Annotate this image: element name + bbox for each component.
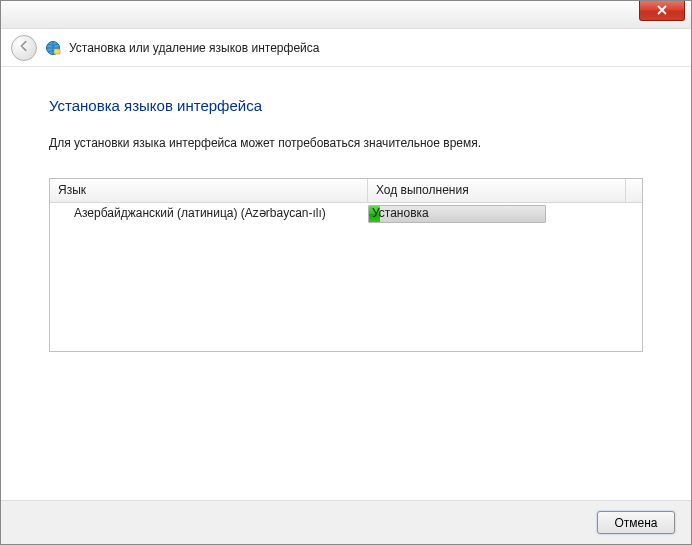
svg-rect-1 — [54, 49, 60, 54]
language-table: Язык Ход выполнения Азербайджанский (лат… — [49, 178, 643, 352]
close-button[interactable] — [639, 1, 685, 21]
table-body: Азербайджанский (латиница) (Azərbaycan-ı… — [50, 203, 642, 351]
page-description: Для установки языка интерфейса может пот… — [49, 136, 643, 150]
arrow-left-icon — [17, 39, 31, 56]
dialog-footer: Отмена — [1, 500, 691, 544]
column-header-language[interactable]: Язык — [50, 179, 368, 202]
column-spacer — [626, 179, 642, 202]
close-icon — [657, 4, 667, 18]
page-title: Установка языков интерфейса — [49, 97, 643, 114]
progress-status: Установка — [372, 206, 429, 220]
globe-icon — [45, 40, 61, 56]
cancel-button[interactable]: Отмена — [597, 511, 675, 534]
back-button[interactable] — [11, 35, 37, 61]
table-header: Язык Ход выполнения — [50, 179, 642, 203]
cell-progress: Установка — [368, 203, 642, 225]
column-header-progress[interactable]: Ход выполнения — [368, 179, 626, 202]
header-title: Установка или удаление языков интерфейса — [69, 41, 319, 55]
cell-language: Азербайджанский (латиница) (Azərbaycan-ı… — [50, 203, 368, 225]
table-row: Азербайджанский (латиница) (Azərbaycan-ı… — [50, 203, 642, 225]
titlebar — [1, 1, 691, 29]
wizard-header: Установка или удаление языков интерфейса — [1, 29, 691, 67]
dialog-window: Установка или удаление языков интерфейса… — [0, 0, 692, 545]
content-area: Установка языков интерфейса Для установк… — [1, 67, 691, 372]
